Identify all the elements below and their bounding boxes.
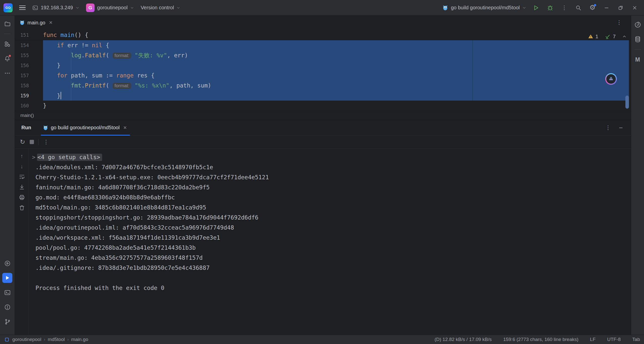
console-kebab-icon[interactable]: ⋮ (43, 139, 49, 145)
code-line[interactable]: 157 for path, sum := range res { (15, 70, 631, 80)
status-breadcrumbs[interactable]: goroutinepool›md5tool›main.go (0, 337, 88, 342)
folder-icon (4, 20, 11, 27)
version-control-menu[interactable]: Version control (141, 5, 180, 11)
settings-button[interactable]: ⚙ (588, 4, 597, 12)
ai-assistant-floating-button[interactable] (605, 73, 617, 85)
print-button[interactable] (18, 193, 26, 201)
run-options-kebab-icon[interactable]: ⋮ (605, 124, 611, 131)
code-line[interactable]: 156 } (15, 60, 631, 70)
left-tool-window-stripe (0, 16, 15, 335)
code-line[interactable]: 151func main() { (15, 30, 631, 40)
vertical-scrollbar-thumb[interactable] (625, 96, 629, 109)
main-menu-icon[interactable] (19, 6, 26, 10)
chevron-down-icon (176, 6, 180, 10)
notifications-button[interactable] (2, 54, 12, 64)
status-breadcrumb-item[interactable]: goroutinepool (12, 337, 41, 342)
debug-button[interactable] (546, 4, 554, 12)
structure-tool-button[interactable] (2, 39, 12, 49)
git-tool-button[interactable] (2, 317, 12, 327)
line-number[interactable]: 158 (15, 83, 29, 88)
terminal-icon (32, 5, 38, 11)
project-selector[interactable]: G goroutinepool (86, 4, 134, 12)
console-output[interactable]: ><4 go setup calls>.idea/modules.xml: 7d… (29, 149, 631, 334)
project-tool-button[interactable] (2, 19, 12, 29)
ai-assistant-tool-button[interactable] (633, 20, 643, 30)
restore-icon (618, 5, 623, 11)
caret-position-indicator[interactable]: 159:6 (2773 chars, 160 line breaks) (503, 337, 578, 342)
status-bar: goroutinepool›md5tool›main.go (D) 12.82 … (0, 335, 644, 344)
goland-logo: GO (4, 3, 13, 12)
line-number[interactable]: 160 (15, 103, 29, 108)
settings-notification-dot (594, 4, 596, 6)
status-breadcrumb-item[interactable]: main.go (71, 337, 88, 342)
project-label: goroutinepool (97, 5, 128, 11)
code-line[interactable]: 155 log.Fatalf( format: "失败: %v", err) (15, 50, 631, 60)
soft-wrap-button[interactable] (18, 173, 26, 181)
services-tool-button[interactable] (2, 258, 12, 268)
run-configuration-selector[interactable]: go build goroutinepool/md5tool (442, 5, 526, 11)
code-text: } (43, 62, 60, 69)
code-editor[interactable]: 154 if err != nil {155 log.Fatalf( forma… (15, 30, 631, 111)
hide-tool-window-icon[interactable] (618, 125, 623, 130)
run-icon (4, 275, 10, 281)
more-actions-menu[interactable]: ⋮ (560, 4, 569, 12)
down-stack-trace-button[interactable]: ↓ (18, 162, 26, 170)
breadcrumb-item[interactable]: main() (20, 113, 34, 118)
line-number[interactable]: 154 (15, 42, 29, 48)
line-number[interactable]: 159 (15, 93, 29, 98)
more-tool-windows-button[interactable] (2, 68, 12, 78)
restore-button[interactable] (616, 4, 625, 12)
ai-knot-icon (608, 76, 614, 82)
line-number[interactable]: 151 (15, 32, 29, 38)
terminal-tool-button[interactable] (2, 287, 12, 297)
soft-wrap-icon (19, 174, 25, 180)
run-config-label: go build goroutinepool/md5tool (451, 5, 520, 11)
fold-arrow[interactable]: > (32, 154, 35, 160)
line-number[interactable]: 155 (15, 53, 29, 58)
tab-options-kebab-icon[interactable]: ⋮ (616, 19, 622, 26)
stop-icon[interactable] (30, 140, 34, 144)
code-line[interactable]: 158 fmt.Printf( format: "%s: %x\n", path… (15, 80, 631, 91)
prev-problem-icon[interactable] (622, 34, 627, 39)
run-button[interactable] (532, 4, 540, 12)
search-everywhere-button[interactable] (574, 4, 583, 12)
markdown-tool-button[interactable]: M (633, 55, 643, 65)
project-square-icon (5, 338, 9, 341)
project-icon: G (86, 4, 95, 12)
tab-close-icon[interactable]: ✕ (48, 19, 54, 26)
editor-breadcrumb-bar: main() (15, 111, 631, 120)
code-line[interactable]: 154 if err != nil { (15, 40, 631, 50)
line-number[interactable]: 157 (15, 73, 29, 78)
rerun-icon[interactable]: ↻ (20, 139, 25, 145)
encoding-indicator[interactable]: UTF-8 (607, 337, 621, 342)
problems-tool-button[interactable] (2, 302, 12, 312)
indent-indicator[interactable]: Tab (632, 337, 640, 342)
code-line[interactable]: 160} (15, 101, 631, 111)
run-tool-button[interactable] (2, 273, 12, 283)
line-number[interactable]: 156 (15, 63, 29, 68)
stripe-divider (634, 49, 641, 50)
code-line[interactable]: 159 } (15, 91, 631, 101)
folded-command-chip[interactable]: <4 go setup calls> (37, 154, 102, 161)
warning-icon (588, 34, 593, 39)
up-stack-trace-button[interactable]: ↑ (18, 152, 26, 160)
run-tab[interactable]: go build goroutinepool/md5tool ✕ (41, 120, 130, 135)
scroll-to-end-button[interactable] (18, 183, 26, 191)
sticky-header-line: 151func main() { (15, 30, 631, 40)
line-separator-indicator[interactable]: LF (590, 337, 595, 342)
git-branch-icon (4, 318, 11, 325)
remote-host-selector[interactable]: 192.168.3.249 (32, 5, 79, 11)
tab-main-go[interactable]: main.go ✕ (15, 16, 57, 30)
structure-icon (4, 41, 11, 47)
close-button[interactable] (630, 4, 639, 12)
database-tool-button[interactable] (633, 34, 643, 44)
run-tab-close-icon[interactable]: ✕ (122, 124, 128, 131)
inspection-widget[interactable]: 1 7 (588, 32, 631, 41)
database-icon (634, 36, 641, 43)
clear-all-button[interactable] (18, 204, 26, 212)
code-lines: 154 if err != nil {155 log.Fatalf( forma… (15, 40, 631, 111)
status-breadcrumb-item[interactable]: md5tool (48, 337, 65, 342)
minimize-button[interactable] (602, 4, 611, 12)
notification-dot (9, 55, 11, 57)
gopher-icon (19, 20, 25, 25)
